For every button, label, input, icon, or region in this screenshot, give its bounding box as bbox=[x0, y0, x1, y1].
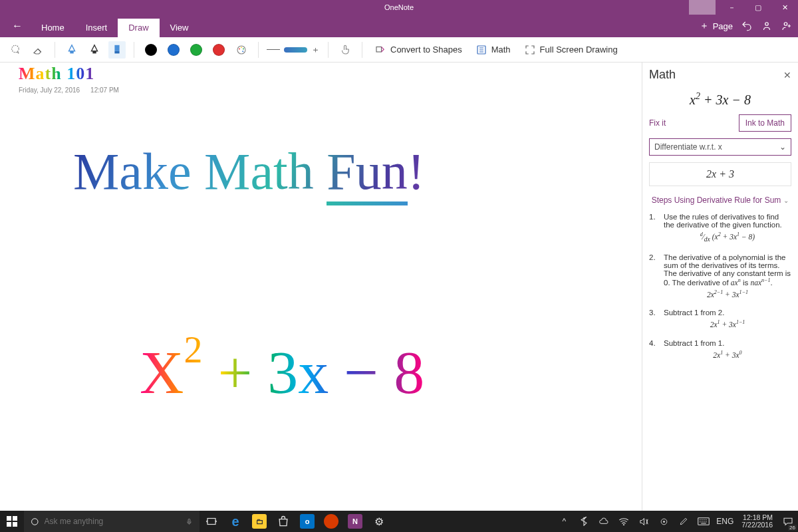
tray-onedrive-icon[interactable] bbox=[594, 511, 614, 532]
tray-volume-icon[interactable] bbox=[634, 511, 654, 532]
taskbar-app-explorer[interactable]: 🗀 bbox=[247, 514, 271, 529]
cortana-search-input[interactable] bbox=[45, 517, 181, 526]
tray-bluetooth-icon[interactable] bbox=[574, 511, 594, 532]
svg-rect-6 bbox=[114, 51, 119, 53]
svg-point-23 bbox=[663, 521, 664, 522]
task-view-button[interactable] bbox=[200, 511, 223, 532]
color-green[interactable] bbox=[188, 41, 205, 59]
math-steps-list: 1. Use the rules of derivatives to find … bbox=[649, 213, 791, 370]
math-panel-close-icon[interactable]: ✕ bbox=[783, 70, 791, 80]
pen-tool-2[interactable] bbox=[86, 41, 103, 59]
thickness-preview bbox=[284, 47, 307, 53]
tray-pen-icon[interactable] bbox=[674, 511, 694, 532]
tray-date: 7/22/2016 bbox=[741, 521, 773, 529]
taskbar-app-store[interactable] bbox=[271, 514, 295, 529]
lasso-tool[interactable] bbox=[7, 41, 24, 59]
undo-icon[interactable] bbox=[741, 20, 753, 32]
svg-rect-5 bbox=[114, 45, 119, 51]
svg-rect-17 bbox=[13, 522, 17, 527]
taskbar-app-edge[interactable]: e bbox=[223, 514, 247, 529]
svg-point-18 bbox=[32, 518, 38, 524]
math-button[interactable]: Math bbox=[471, 44, 515, 56]
highlighter-tool[interactable] bbox=[108, 41, 126, 59]
math-expression: x2 + 3x − 8 bbox=[649, 86, 791, 114]
thickness-slider[interactable]: ＋ bbox=[267, 47, 320, 53]
page-title-ink: Math 101 bbox=[19, 64, 94, 84]
tray-keyboard-icon[interactable] bbox=[694, 511, 714, 532]
touch-draw-toggle[interactable] bbox=[336, 41, 354, 59]
draw-toolbar: ＋ Convert to Shapes Math Full Screen Dra… bbox=[0, 37, 798, 63]
thickness-plus-icon: ＋ bbox=[311, 44, 320, 56]
svg-point-11 bbox=[242, 51, 243, 52]
fix-it-link[interactable]: Fix it bbox=[649, 118, 666, 128]
titlebar-divider bbox=[689, 0, 716, 15]
share-plus-icon[interactable] bbox=[781, 20, 793, 32]
eraser-tool[interactable] bbox=[29, 41, 47, 59]
tray-clock[interactable]: 12:18 PM 7/22/2016 bbox=[736, 514, 778, 529]
main-area: Math 101 Friday, July 22, 2016 12:07 PM … bbox=[0, 63, 798, 511]
math-panel-title: Math bbox=[649, 68, 676, 82]
pen-tool-1[interactable] bbox=[63, 41, 80, 59]
svg-rect-14 bbox=[7, 516, 11, 521]
back-button[interactable]: ← bbox=[4, 15, 31, 37]
windows-taskbar: e 🗀 o N ⚙ ^ ENG 12:18 PM 7/22/2016 26 bbox=[0, 511, 798, 532]
math-step: 3. Subtract 1 from 2. 2x1 + 3x1−1 bbox=[649, 309, 791, 329]
note-canvas[interactable]: Math 101 Friday, July 22, 2016 12:07 PM … bbox=[0, 63, 642, 511]
microphone-icon[interactable] bbox=[186, 517, 193, 526]
page-date: Friday, July 22, 2016 bbox=[19, 86, 80, 94]
svg-rect-24 bbox=[698, 518, 710, 525]
taskbar-app-office[interactable] bbox=[319, 514, 343, 529]
math-panel: Math ✕ x2 + 3x − 8 Fix it Ink to Math Di… bbox=[642, 63, 798, 511]
step-text: The derivative of a polynomial is the su… bbox=[664, 253, 791, 287]
svg-point-2 bbox=[12, 45, 19, 53]
tray-wifi-icon[interactable] bbox=[614, 511, 634, 532]
svg-point-1 bbox=[784, 23, 787, 26]
minimize-button[interactable]: － bbox=[718, 0, 745, 15]
math-result: 2x + 3 bbox=[649, 162, 791, 186]
ink-headline: Make Math Fun! bbox=[73, 146, 592, 198]
fullscreen-label: Full Screen Drawing bbox=[540, 45, 618, 55]
math-action-selected: Differentiate w.r.t. x bbox=[654, 142, 722, 152]
taskbar-app-outlook[interactable]: o bbox=[295, 514, 319, 529]
window-titlebar: OneNote － ▢ ✕ bbox=[0, 0, 798, 15]
ink-to-math-button[interactable]: Ink to Math bbox=[739, 114, 791, 132]
page-timestamp: Friday, July 22, 2016 12:07 PM bbox=[19, 86, 119, 94]
tab-draw[interactable]: Draw bbox=[118, 19, 159, 37]
notification-count: 26 bbox=[788, 525, 797, 531]
fullscreen-button[interactable]: Full Screen Drawing bbox=[520, 44, 622, 56]
step-text: Subtract 1 from 2. bbox=[664, 309, 791, 317]
color-red[interactable] bbox=[210, 41, 227, 59]
math-step: 1. Use the rules of derivatives to find … bbox=[649, 213, 791, 243]
cortana-icon bbox=[31, 517, 39, 527]
maximize-button[interactable]: ▢ bbox=[745, 0, 771, 15]
tab-view[interactable]: View bbox=[160, 19, 200, 37]
action-center-button[interactable]: 26 bbox=[778, 511, 798, 532]
step-math: 2x1 + 3x0 bbox=[664, 350, 791, 359]
tray-language[interactable]: ENG bbox=[714, 511, 736, 532]
svg-point-10 bbox=[243, 48, 244, 49]
start-button[interactable] bbox=[0, 511, 24, 532]
tab-insert[interactable]: Insert bbox=[75, 19, 118, 37]
svg-rect-16 bbox=[7, 522, 11, 527]
convert-to-shapes-button[interactable]: Convert to Shapes bbox=[370, 44, 466, 56]
tab-home[interactable]: Home bbox=[31, 19, 75, 37]
close-button[interactable]: ✕ bbox=[771, 0, 798, 15]
convert-to-shapes-label: Convert to Shapes bbox=[390, 45, 462, 55]
tray-overflow-icon[interactable]: ^ bbox=[554, 511, 574, 532]
color-picker[interactable] bbox=[233, 41, 250, 59]
taskbar-app-onenote[interactable]: N bbox=[343, 514, 367, 529]
share-icon[interactable] bbox=[761, 20, 773, 32]
cortana-search[interactable] bbox=[24, 511, 200, 532]
add-page-button[interactable]: ＋ Page bbox=[698, 20, 733, 32]
svg-rect-15 bbox=[13, 516, 17, 521]
math-step: 2. The derivative of a polynomial is the… bbox=[649, 253, 791, 299]
color-black[interactable] bbox=[142, 41, 160, 59]
step-math: 2x1 + 3x1−1 bbox=[664, 319, 791, 329]
math-action-select[interactable]: Differentiate w.r.t. x ⌄ bbox=[649, 138, 791, 156]
steps-toggle[interactable]: Steps Using Derivative Rule for Sum bbox=[649, 196, 791, 205]
tray-location-icon[interactable] bbox=[654, 511, 674, 532]
svg-rect-20 bbox=[207, 519, 215, 525]
color-blue[interactable] bbox=[165, 41, 182, 59]
step-text: Subtract 1 from 1. bbox=[664, 339, 791, 347]
taskbar-app-settings[interactable]: ⚙ bbox=[367, 515, 391, 528]
